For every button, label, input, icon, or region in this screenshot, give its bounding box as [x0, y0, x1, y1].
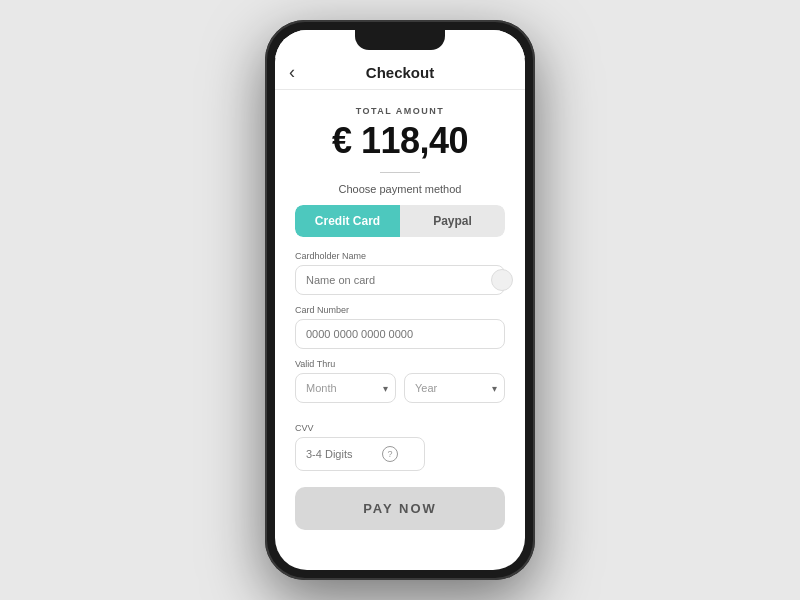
valid-thru-label: Valid Thru	[295, 359, 505, 369]
toggle-circle	[491, 269, 513, 291]
page-title: Checkout	[366, 64, 434, 81]
year-select[interactable]: Year 202420252026 2027202820292030	[404, 373, 505, 403]
card-number-label: Card Number	[295, 305, 505, 315]
cvv-help-icon[interactable]: ?	[382, 446, 398, 462]
phone-screen: ‹ Checkout TOTAL AMOUNT € 118,40 Choose …	[275, 30, 525, 570]
tab-paypal[interactable]: Paypal	[400, 205, 505, 237]
cardholder-name-input[interactable]	[295, 265, 505, 295]
cardholder-name-group: Cardholder Name	[295, 251, 505, 295]
cardholder-name-label: Cardholder Name	[295, 251, 505, 261]
valid-thru-group: Valid Thru Month 010203 040506 070809 10…	[295, 359, 505, 413]
payment-tabs: Credit Card Paypal	[295, 205, 505, 237]
year-select-wrapper: Year 202420252026 2027202820292030 ▾	[404, 373, 505, 403]
content-area: TOTAL AMOUNT € 118,40 Choose payment met…	[275, 90, 525, 570]
card-number-group: Card Number	[295, 305, 505, 349]
total-amount: € 118,40	[332, 120, 468, 162]
back-button[interactable]: ‹	[289, 62, 295, 83]
choose-payment-label: Choose payment method	[339, 183, 462, 195]
pay-now-button[interactable]: PAY NOW	[295, 487, 505, 530]
cvv-input[interactable]	[306, 448, 376, 460]
cvv-label: CVV	[295, 423, 505, 433]
cvv-group: CVV ?	[295, 423, 505, 471]
app-header: ‹ Checkout	[275, 58, 525, 90]
card-number-input[interactable]	[295, 319, 505, 349]
phone-device: ‹ Checkout TOTAL AMOUNT € 118,40 Choose …	[265, 20, 535, 580]
total-label: TOTAL AMOUNT	[356, 106, 445, 116]
valid-thru-row: Month 010203 040506 070809 101112 ▾ Year…	[295, 373, 505, 403]
month-select[interactable]: Month 010203 040506 070809 101112	[295, 373, 396, 403]
tab-credit-card[interactable]: Credit Card	[295, 205, 400, 237]
divider	[380, 172, 420, 173]
phone-notch	[355, 30, 445, 50]
month-select-wrapper: Month 010203 040506 070809 101112 ▾	[295, 373, 396, 403]
cvv-input-wrapper: ?	[295, 437, 425, 471]
